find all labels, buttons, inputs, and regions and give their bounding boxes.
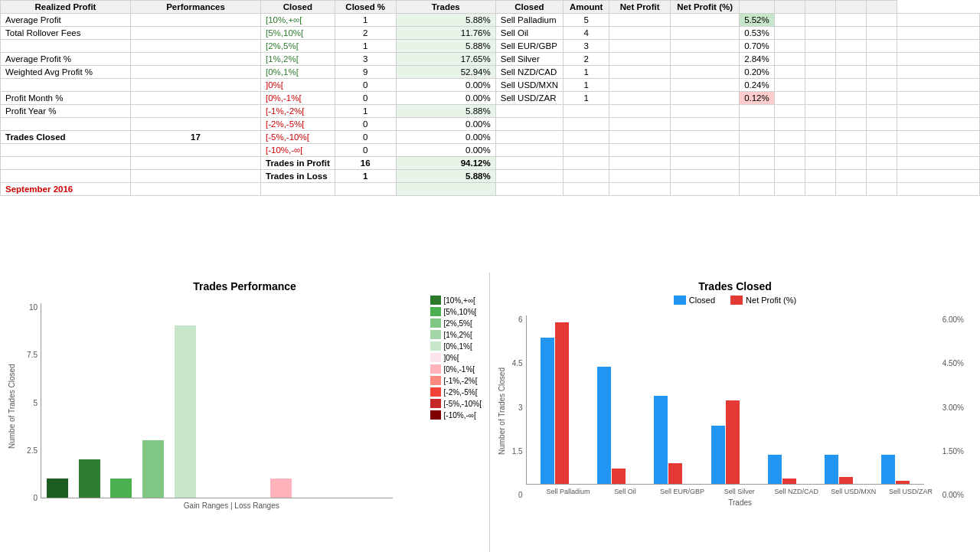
trade-netprofitpct-0: 5.52% — [740, 14, 775, 27]
right-y-tick-left: 3 — [511, 403, 522, 412]
left-legend-item: [-2%,-5%[ — [430, 387, 482, 397]
trade-amount-1 — [609, 27, 671, 40]
trade-netprofit-6 — [671, 92, 740, 105]
perf-pct-4: 52.94% — [396, 66, 495, 79]
legend-color-box — [430, 318, 441, 328]
trade-netprofit-11 — [671, 157, 740, 170]
right-bar-closed-4 — [768, 455, 782, 484]
trade-closed-4: 1 — [564, 66, 609, 79]
legend-label: [-1%,-2%[ — [444, 377, 478, 385]
perf-range-0: [10%,+∞[ — [261, 14, 335, 27]
left-value-8 — [131, 118, 261, 131]
trade-name-1: Sell Oil — [495, 27, 563, 40]
legend-label: [2%,5%[ — [444, 319, 472, 328]
perf-closed-9: 0 — [335, 131, 396, 144]
trade-closed-1: 4 — [564, 27, 609, 40]
legend-color-box — [430, 353, 441, 362]
left-y-ticks: 02.557.510 — [21, 303, 41, 502]
left-bar-4 — [169, 303, 201, 498]
perf-range-4: [0%,1%[ — [261, 66, 335, 79]
trade-netprofit-7 — [671, 105, 740, 118]
left-value-10 — [131, 144, 261, 157]
header-realized-profit: Realized Profit — [1, 1, 131, 14]
trade-closed-7 — [564, 105, 609, 118]
left-value-9: 17 — [131, 131, 261, 144]
left-x-axis-label: Gain Ranges | Loss Ranges — [41, 501, 423, 510]
left-chart-legend: [10%,+∞[[5%,10%[[2%,5%[[1%,2%[[0%,1%[]0%… — [430, 296, 482, 510]
trade-netprofitpct-2: 0.70% — [740, 40, 775, 53]
legend-label: [1%,2%[ — [444, 331, 472, 339]
trade-amount-0 — [609, 14, 671, 27]
legend-color-box — [430, 410, 441, 420]
left-bar-7 — [265, 303, 297, 498]
perf-range-11: Trades in Profit — [261, 157, 335, 170]
right-y-tick-left: 4.5 — [511, 359, 522, 367]
right-x-axis-labels: Sell PalladiumSell OilSell EUR/GBPSell S… — [540, 488, 939, 497]
left-chart-bars — [41, 303, 393, 498]
perf-pct-9: 0.00% — [396, 131, 495, 144]
perf-range-5: ]0%[ — [261, 79, 335, 92]
trade-netprofit-1 — [671, 27, 740, 40]
trade-netprofitpct-6: 0.12% — [740, 92, 775, 105]
left-y-tick: 5 — [21, 399, 38, 407]
trades-closed-label: Trades Closed — [5, 132, 66, 142]
left-legend-item: [0%,1%[ — [430, 341, 482, 351]
left-bar-9 — [329, 303, 361, 498]
bottom-charts-section: Trades Performance Numbe of Trades Close… — [0, 273, 980, 552]
left-label-8 — [1, 118, 131, 131]
left-y-tick: 0 — [21, 494, 38, 502]
right-x-label-1: Sell Oil — [596, 488, 654, 497]
legend-label: [-5%,-10%[ — [444, 400, 482, 408]
perf-range-1: [5%,10%[ — [261, 27, 335, 40]
trade-netprofitpct-13 — [740, 183, 775, 196]
trade-amount-7 — [609, 105, 671, 118]
trade-closed-8 — [564, 118, 609, 131]
trade-closed-9 — [564, 131, 609, 144]
perf-closed-6: 0 — [335, 92, 396, 105]
header-performances: Performances — [131, 1, 261, 14]
trade-closed-11 — [564, 157, 609, 170]
legend-color-box — [430, 296, 441, 305]
trade-closed-3: 2 — [564, 53, 609, 66]
left-bar-0 — [41, 303, 74, 498]
right-y-tick-left: 1.5 — [511, 447, 522, 456]
right-bar-netprofit-0 — [555, 322, 569, 485]
trade-closed-12 — [564, 170, 609, 183]
legend-closed-color — [674, 296, 686, 305]
left-legend-item: [-5%,-10%[ — [430, 399, 482, 408]
trade-netprofit-0 — [671, 14, 740, 27]
right-bar-pair-2 — [640, 315, 697, 484]
perf-pct-12: 5.88% — [396, 170, 495, 183]
left-value-2 — [131, 40, 261, 53]
trade-netprofit-8 — [671, 118, 740, 131]
legend-color-box — [430, 307, 441, 316]
perf-pct-5: 0.00% — [396, 79, 495, 92]
left-legend-item: [10%,+∞[ — [430, 296, 482, 305]
left-bar-1 — [74, 303, 106, 498]
trade-amount-4 — [609, 66, 671, 79]
left-value-13 — [131, 183, 261, 196]
perf-closed-2: 1 — [335, 40, 396, 53]
header-closed: Closed — [261, 1, 335, 14]
trade-netprofitpct-9 — [740, 131, 775, 144]
right-bar-closed-3 — [711, 426, 725, 485]
perf-closed-4: 9 — [335, 66, 396, 79]
right-y-tick-right: 3.00% — [942, 403, 972, 412]
trade-closed-6: 1 — [564, 92, 609, 105]
perf-range-7: [-1%,-2%[ — [261, 105, 335, 118]
trade-netprofit-2 — [671, 40, 740, 53]
legend-label: [0%,-1%[ — [444, 365, 475, 374]
trade-netprofitpct-7 — [740, 105, 775, 118]
left-value-11 — [131, 157, 261, 170]
right-bar-netprofit-4 — [782, 479, 796, 485]
left-bar-5 — [201, 303, 234, 498]
perf-closed-3: 3 — [335, 53, 396, 66]
trade-closed-5: 1 — [564, 79, 609, 92]
right-x-label-4: Sell NZD/CAD — [768, 488, 825, 497]
left-bar-8 — [297, 303, 329, 498]
perf-closed-5: 0 — [335, 79, 396, 92]
left-value-4 — [131, 66, 261, 79]
right-x-label-3: Sell Silver — [710, 488, 768, 497]
perf-range-3: [1%,2%[ — [261, 53, 335, 66]
trade-name-0: Sell Palladium — [495, 14, 563, 27]
